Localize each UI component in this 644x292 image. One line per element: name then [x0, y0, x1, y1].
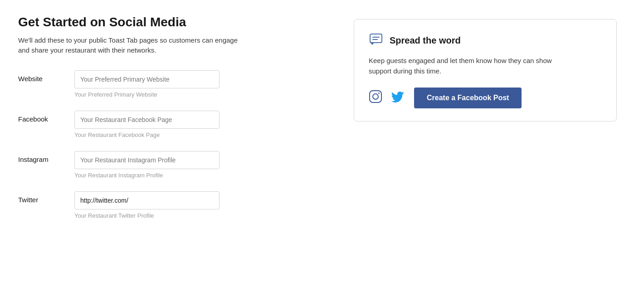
website-input[interactable] — [74, 70, 220, 88]
svg-rect-0 — [370, 34, 382, 43]
facebook-field-wrapper: Your Restaurant Facebook Page — [74, 111, 220, 138]
twitter-row: Twitter Your Restaurant Twitter Profile — [18, 191, 327, 219]
instagram-label: Instagram — [18, 151, 63, 163]
instagram-field-wrapper: Your Restaurant Instagram Profile — [74, 151, 220, 179]
instagram-row: Instagram Your Restaurant Instagram Prof… — [18, 151, 327, 179]
facebook-input[interactable] — [74, 111, 220, 129]
facebook-row: Facebook Your Restaurant Facebook Page — [18, 111, 327, 138]
page-layout: Get Started on Social Media We'll add th… — [18, 15, 626, 232]
svg-rect-3 — [370, 91, 381, 102]
website-hint: Your Preferred Primary Website — [74, 91, 220, 98]
website-row: Website Your Preferred Primary Website — [18, 70, 327, 98]
chat-icon — [369, 32, 383, 49]
twitter-icon[interactable] — [391, 90, 405, 106]
svg-point-5 — [378, 92, 380, 94]
twitter-label: Twitter — [18, 191, 63, 204]
twitter-hint: Your Restaurant Twitter Profile — [74, 212, 220, 219]
page-title: Get Started on Social Media — [18, 15, 327, 30]
instagram-input[interactable] — [74, 151, 220, 169]
instagram-hint: Your Restaurant Instagram Profile — [74, 172, 220, 179]
create-facebook-post-button[interactable]: Create a Facebook Post — [414, 88, 522, 108]
page-description: We'll add these to your public Toast Tab… — [18, 35, 245, 56]
spread-card: Spread the word Keep guests engaged and … — [354, 19, 617, 122]
svg-point-4 — [373, 94, 378, 99]
facebook-label: Facebook — [18, 111, 63, 123]
left-section: Get Started on Social Media We'll add th… — [18, 15, 327, 232]
instagram-icon[interactable] — [369, 90, 382, 106]
website-field-wrapper: Your Preferred Primary Website — [74, 70, 220, 98]
card-header: Spread the word — [369, 32, 602, 49]
twitter-input[interactable] — [74, 191, 220, 209]
facebook-hint: Your Restaurant Facebook Page — [74, 131, 220, 138]
card-title: Spread the word — [390, 35, 461, 46]
website-label: Website — [18, 70, 63, 83]
card-description: Keep guests engaged and let them know ho… — [369, 55, 559, 77]
card-actions: Create a Facebook Post — [369, 88, 602, 108]
right-section: Spread the word Keep guests engaged and … — [354, 15, 617, 122]
twitter-field-wrapper: Your Restaurant Twitter Profile — [74, 191, 220, 219]
